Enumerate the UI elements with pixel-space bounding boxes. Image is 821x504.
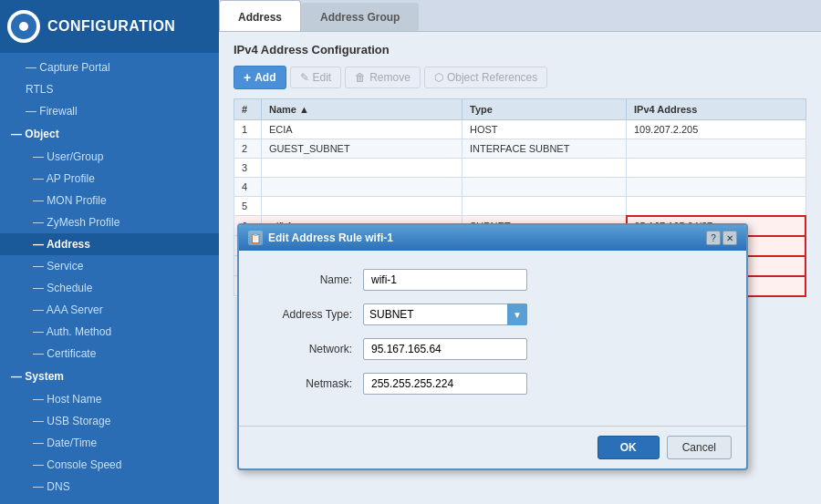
edit-icon: ✎ — [300, 71, 309, 84]
modal-title: 📋 Edit Address Rule wifi-1 — [248, 231, 393, 245]
modal-title-icon: 📋 — [248, 231, 263, 245]
col-name[interactable]: Name ▲ — [262, 99, 462, 120]
sidebar-item-ap-profile[interactable]: — AP Profile — [0, 168, 219, 190]
cell-type: HOST — [462, 120, 627, 139]
cell-name: GUEST_SUBNET — [262, 139, 462, 159]
sidebar-label-usb-storage: — USB Storage — [33, 415, 110, 427]
sidebar-label-ap-profile: — AP Profile — [33, 172, 95, 185]
modal-help-button[interactable]: ? — [706, 231, 721, 245]
cell-type — [462, 159, 627, 178]
logo-inner — [11, 14, 36, 39]
sidebar-item-rtls[interactable]: RTLS — [0, 78, 219, 100]
address-type-label: Address Type: — [261, 308, 352, 321]
object-refs-button[interactable]: ⬡ Object References — [424, 67, 547, 88]
sidebar-label-firewall: — Firewall — [26, 105, 78, 118]
modal-close-button[interactable]: ✕ — [722, 231, 737, 245]
sidebar-label-zymesh-profile: — ZyMesh Profile — [33, 216, 120, 229]
sidebar-item-service[interactable]: — Service — [0, 255, 219, 277]
cell-name — [262, 178, 462, 197]
name-label: Name: — [261, 273, 352, 286]
sidebar-label-aaa-server: — AAA Server — [33, 303, 103, 316]
cell-name — [262, 159, 462, 178]
sidebar-label-dns: — DNS — [33, 480, 70, 493]
modal-controls: ? ✕ — [706, 231, 737, 245]
sidebar-item-certificate[interactable]: — Certificate — [0, 343, 219, 365]
sidebar-item-schedule[interactable]: — Schedule — [0, 277, 219, 299]
tab-address-group[interactable]: Address Group — [301, 3, 419, 31]
app-logo — [7, 10, 40, 43]
cancel-button[interactable]: Cancel — [667, 436, 732, 459]
cell-name: ECIA — [262, 120, 462, 139]
sidebar-nav: — Capture Portal RTLS — Firewall — Objec… — [0, 53, 219, 504]
edit-button[interactable]: ✎ Edit — [290, 67, 342, 88]
sidebar-item-date-time[interactable]: — Date/Time — [0, 432, 219, 454]
cell-num: 5 — [234, 197, 262, 216]
table-row[interactable]: 3 — [234, 159, 806, 178]
table-row[interactable]: 4 — [234, 178, 806, 197]
cell-type — [462, 178, 627, 197]
cell-num: 4 — [234, 178, 262, 197]
add-icon: + — [244, 70, 251, 85]
logo-dot — [19, 22, 28, 31]
cell-ipv4 — [627, 139, 806, 159]
tabs-bar: Address Address Group — [219, 0, 821, 32]
col-num: # — [234, 99, 262, 120]
sidebar-item-aaa-server[interactable]: — AAA Server — [0, 299, 219, 321]
sidebar-label-service: — Service — [33, 260, 83, 273]
sidebar-item-address[interactable]: — Address — [0, 233, 219, 255]
col-ipv4[interactable]: IPv4 Address — [627, 99, 806, 120]
cell-type — [462, 197, 627, 216]
form-row-address-type: Address Type: SUBNET HOST RANGE INTERFAC… — [261, 303, 724, 325]
sidebar-header: CONFIGURATION — [0, 0, 219, 53]
sidebar: CONFIGURATION — Capture Portal RTLS — Fi… — [0, 0, 219, 504]
ok-button[interactable]: OK — [598, 436, 660, 459]
sidebar-item-user-group[interactable]: — User/Group — [0, 146, 219, 168]
cell-num: 1 — [234, 120, 262, 139]
table-row[interactable]: 2GUEST_SUBNETINTERFACE SUBNET — [234, 139, 806, 159]
sidebar-item-console-speed[interactable]: — Console Speed — [0, 454, 219, 476]
cell-ipv4 — [627, 159, 806, 178]
add-button[interactable]: + Add — [234, 66, 286, 89]
sidebar-item-usb-storage[interactable]: — USB Storage — [0, 410, 219, 432]
col-type[interactable]: Type — [462, 99, 627, 120]
sidebar-label-auth-method: — Auth. Method — [33, 325, 111, 338]
sidebar-label-rtls: RTLS — [26, 83, 53, 96]
section-title: IPv4 Address Configuration — [234, 43, 806, 57]
remove-button[interactable]: 🗑 Remove — [345, 67, 421, 88]
tab-address[interactable]: Address — [219, 0, 301, 31]
sidebar-label-user-group: — User/Group — [33, 150, 103, 163]
netmask-label: Netmask: — [261, 377, 352, 390]
sidebar-item-www[interactable]: — WWW — [0, 498, 219, 504]
cell-type: INTERFACE SUBNET — [462, 139, 627, 159]
address-type-wrapper: SUBNET HOST RANGE INTERFACE SUBNET ▼ — [363, 303, 527, 325]
cell-name — [262, 197, 462, 216]
sidebar-item-mon-profile[interactable]: — MON Profile — [0, 190, 219, 211]
modal-header: 📋 Edit Address Rule wifi-1 ? ✕ — [239, 225, 746, 251]
sidebar-item-auth-method[interactable]: — Auth. Method — [0, 321, 219, 343]
name-input[interactable] — [363, 269, 527, 291]
sidebar-label-address: — Address — [33, 238, 90, 251]
network-input[interactable] — [363, 338, 527, 360]
cell-ipv4 — [627, 197, 806, 216]
sidebar-item-object[interactable]: — Object — [0, 122, 219, 146]
form-row-name: Name: — [261, 269, 724, 291]
form-row-network: Network: — [261, 338, 724, 360]
remove-icon: 🗑 — [355, 71, 366, 84]
content-area: IPv4 Address Configuration + Add ✎ Edit … — [219, 32, 821, 504]
netmask-input[interactable] — [363, 373, 527, 395]
table-row[interactable]: 1ECIAHOST109.207.2.205 — [234, 120, 806, 139]
sidebar-item-dns[interactable]: — DNS — [0, 476, 219, 498]
sidebar-item-firewall[interactable]: — Firewall — [0, 100, 219, 122]
sidebar-item-zymesh-profile[interactable]: — ZyMesh Profile — [0, 211, 219, 233]
sidebar-item-system[interactable]: — System — [0, 365, 219, 388]
sidebar-item-host-name[interactable]: — Host Name — [0, 388, 219, 410]
modal-body: Name: Address Type: SUBNET HOST RANGE IN… — [239, 251, 746, 426]
cell-num: 3 — [234, 159, 262, 178]
toolbar: + Add ✎ Edit 🗑 Remove ⬡ Object Reference… — [234, 66, 806, 89]
table-row[interactable]: 5 — [234, 197, 806, 216]
cell-ipv4: 109.207.2.205 — [627, 120, 806, 139]
sidebar-label-object: — Object — [11, 128, 59, 140]
modal-footer: OK Cancel — [239, 426, 746, 468]
address-type-select[interactable]: SUBNET HOST RANGE INTERFACE SUBNET — [363, 303, 527, 325]
sidebar-item-capture-portal[interactable]: — Capture Portal — [0, 57, 219, 78]
